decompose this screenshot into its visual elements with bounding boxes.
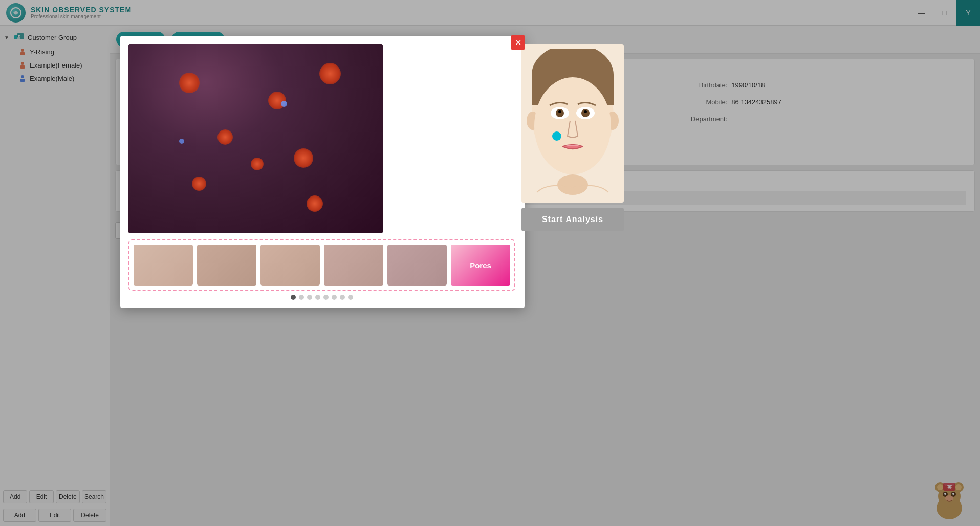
skin-spot-1 — [179, 73, 200, 93]
skin-microscope-image — [128, 44, 383, 233]
svg-point-23 — [584, 110, 587, 113]
dot-indicator-7[interactable] — [348, 295, 353, 300]
skin-spot-6 — [319, 63, 341, 84]
skin-spot-8 — [307, 195, 323, 212]
pores-button[interactable]: Pores — [451, 245, 510, 286]
dot-indicator-1[interactable] — [299, 295, 304, 300]
modal-content: Pores — [128, 44, 516, 300]
dot-indicator-4[interactable] — [323, 295, 329, 300]
thumbnail-4[interactable] — [324, 245, 383, 286]
blue-spot-2 — [179, 139, 184, 144]
thumbnail-1[interactable] — [134, 245, 193, 286]
svg-point-11 — [557, 174, 588, 195]
modal-box: ✕ — [120, 36, 525, 308]
pores-label: Pores — [470, 261, 491, 270]
svg-point-22 — [558, 110, 561, 113]
face-location-dot[interactable] — [552, 132, 561, 141]
dot-indicator-2[interactable] — [307, 295, 312, 300]
modal-container: ✕ — [110, 26, 980, 526]
skin-spot-7 — [251, 158, 264, 170]
dot-indicator-6[interactable] — [340, 295, 345, 300]
modal-overlay: ✕ — [0, 0, 980, 526]
skin-spot-3 — [217, 129, 233, 145]
face-diagram — [521, 44, 624, 203]
skin-spot-5 — [192, 177, 206, 191]
dot-indicators — [128, 295, 515, 300]
svg-point-17 — [534, 77, 611, 174]
start-analysis-button[interactable]: Start Analysis — [521, 208, 624, 231]
blue-spot-1 — [281, 101, 287, 107]
face-svg — [521, 49, 624, 198]
skin-image-bg — [128, 44, 383, 233]
skin-spot-4 — [294, 148, 313, 168]
modal-right-section: Start Analysis — [521, 44, 624, 300]
thumbnails-strip: Pores — [128, 239, 515, 291]
dot-indicator-5[interactable] — [332, 295, 337, 300]
dot-indicator-0[interactable] — [291, 295, 296, 300]
thumbnail-5[interactable] — [387, 245, 447, 286]
dot-indicator-3[interactable] — [315, 295, 320, 300]
thumbnail-2[interactable] — [197, 245, 256, 286]
thumbnail-3[interactable] — [260, 245, 320, 286]
modal-close-button[interactable]: ✕ — [511, 35, 525, 50]
modal-left-section: Pores — [128, 44, 515, 300]
